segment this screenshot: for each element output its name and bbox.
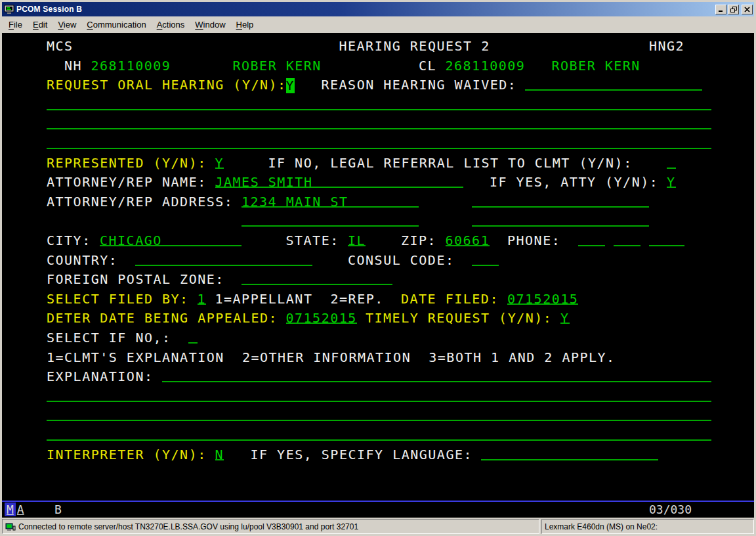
screen-label: STATE:: [286, 231, 339, 251]
connection-status-icon: [5, 522, 16, 532]
input-value[interactable]: ROBER KERN: [552, 56, 640, 76]
screen-label: INTERPRETER (Y/N):: [47, 445, 207, 465]
screen-label: REPRESENTED (Y/N):: [47, 154, 207, 173]
terminal-row: REPRESENTED (Y/N):YIF NO, LEGAL REFERRAL…: [47, 154, 754, 173]
input-field[interactable]: [135, 265, 312, 266]
input-field[interactable]: [47, 148, 711, 149]
restore-icon: [730, 7, 737, 12]
menu-item-communication[interactable]: Communication: [81, 18, 151, 32]
input-value[interactable]: N: [215, 445, 224, 465]
connection-status-panel: Connected to remote server/host TN3270E.…: [2, 519, 539, 534]
input-value[interactable]: JAMES SMITH: [215, 173, 313, 192]
oia-indicators: MA: [5, 502, 24, 518]
application-window: PCOM Session B FileEditViewCommunication…: [0, 0, 756, 536]
input-value[interactable]: 1234 MAIN ST: [242, 192, 348, 212]
input-value[interactable]: Y: [560, 309, 570, 328]
terminal-row: EXPLANATION:: [47, 367, 754, 387]
oia-system-indicator: A: [16, 502, 24, 516]
screen-label: IF NO, LEGAL REFERRAL LIST TO CLMT (Y/N)…: [268, 154, 633, 173]
screen-label: ATTORNEY/REP ADDRESS:: [47, 192, 233, 212]
terminal-row: SELECT IF NO,:: [47, 328, 754, 348]
input-field[interactable]: [472, 206, 649, 208]
input-value[interactable]: 268110009: [91, 56, 171, 76]
screen-label: NH: [64, 56, 82, 76]
input-field[interactable]: [47, 420, 711, 421]
terminal-row: CITY:CHICAGOSTATE:ILZIP:60661PHONE:: [47, 231, 754, 251]
menu-item-edit[interactable]: Edit: [28, 18, 52, 32]
menu-bar: FileEditViewCommunicationActionsWindowHe…: [2, 16, 754, 33]
terminal-row: [47, 406, 754, 426]
input-field[interactable]: [472, 225, 649, 227]
input-field[interactable]: [242, 284, 392, 285]
screen-label: SELECT FILED BY:: [47, 290, 189, 309]
input-value[interactable]: Y: [215, 154, 224, 173]
oia-status-row: MA B 03/030: [2, 501, 754, 518]
menu-item-view[interactable]: View: [52, 18, 81, 32]
input-field[interactable]: [242, 225, 419, 227]
printer-status-text: Lexmark E460dn (MS) on Ne02:: [545, 522, 658, 531]
input-value[interactable]: Y: [667, 173, 676, 192]
input-field[interactable]: [47, 109, 711, 110]
app-icon: [4, 4, 14, 14]
input-value[interactable]: 07152015: [507, 290, 578, 309]
screen-label: IF YES, ATTY (Y/N):: [490, 173, 658, 192]
screen-label: HEARING REQUEST 2: [339, 37, 490, 56]
terminal-row: DETER DATE BEING APPEALED:07152015TIMELY…: [47, 309, 754, 328]
cursor-cell[interactable]: Y: [286, 78, 295, 93]
input-field[interactable]: [578, 245, 605, 246]
screen-label: FOREIGN POSTAL ZONE:: [47, 270, 224, 290]
input-value[interactable]: IL: [348, 231, 366, 251]
oia-session-id: B: [54, 502, 62, 518]
screen-label: COUNTRY:: [47, 251, 117, 271]
screen-label: CITY:: [47, 231, 91, 251]
input-field[interactable]: [47, 439, 711, 441]
input-value[interactable]: 1: [198, 290, 207, 309]
terminal-row: [47, 426, 754, 445]
input-field[interactable]: [472, 265, 499, 266]
input-field[interactable]: [649, 245, 684, 246]
menu-item-help[interactable]: Help: [231, 18, 259, 32]
status-bar: Connected to remote server/host TN3270E.…: [2, 518, 754, 534]
screen-label: 1=APPELLANT 2=REP.: [215, 290, 384, 309]
input-field[interactable]: [525, 89, 702, 91]
screen-label: EXPLANATION:: [47, 367, 154, 387]
screen-label: HNG2: [649, 37, 684, 56]
input-field[interactable]: [667, 168, 676, 169]
menu-item-file[interactable]: File: [3, 18, 28, 32]
input-value[interactable]: 268110009: [446, 56, 526, 76]
input-value[interactable]: 60661: [446, 231, 490, 251]
input-value[interactable]: CHICAGO: [100, 231, 162, 251]
title-bar[interactable]: PCOM Session B: [2, 2, 754, 16]
close-button[interactable]: [742, 5, 753, 14]
menu-item-actions[interactable]: Actions: [152, 18, 190, 32]
input-field[interactable]: [481, 459, 658, 460]
terminal-row: [47, 212, 754, 231]
screen-label: REASON HEARING WAIVED:: [322, 76, 517, 95]
screen-label: PHONE:: [507, 231, 560, 251]
restore-button[interactable]: [728, 5, 739, 14]
printer-status-panel: Lexmark E460dn (MS) on Ne02:: [541, 519, 754, 534]
menu-item-window[interactable]: Window: [190, 18, 230, 32]
input-field[interactable]: [47, 401, 711, 402]
screen-label: TIMELY REQUEST (Y/N):: [366, 309, 552, 328]
screen-label: DATE FILED:: [401, 290, 499, 309]
input-value[interactable]: ROBER KERN: [233, 56, 322, 76]
window-title: PCOM Session B: [16, 5, 715, 14]
terminal-row: MCSHEARING REQUEST 2HNG2: [47, 37, 754, 56]
terminal-row: INTERPRETER (Y/N):NIF YES, SPECIFY LANGU…: [47, 445, 754, 465]
terminal-row: [47, 114, 754, 134]
screen-label: CONSUL CODE:: [348, 251, 455, 271]
input-field[interactable]: [188, 342, 198, 344]
screen-label: CL: [419, 56, 436, 76]
minimize-button[interactable]: [715, 5, 726, 14]
input-field[interactable]: [162, 381, 711, 382]
input-field[interactable]: [614, 245, 640, 246]
screen-label: SELECT IF NO,:: [47, 328, 171, 348]
input-field[interactable]: [47, 128, 711, 129]
minimize-icon: [718, 7, 724, 12]
screen-label: IF YES, SPECIFY LANGUAGE:: [251, 445, 473, 465]
terminal-row: [47, 95, 754, 115]
terminal-screen[interactable]: MCSHEARING REQUEST 2HNG2NH268110009ROBER…: [2, 33, 754, 501]
screen-label: REQUEST ORAL HEARING (Y/N):: [47, 76, 287, 95]
input-value[interactable]: 07152015: [286, 309, 357, 328]
